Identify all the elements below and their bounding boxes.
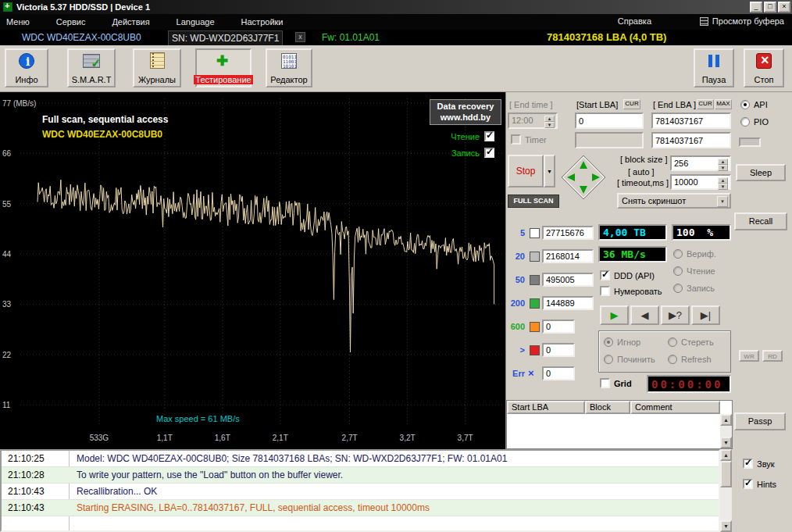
end-lba-label: [ End LBA ] xyxy=(653,100,696,109)
pio-radio[interactable] xyxy=(740,117,750,127)
info-button[interactable]: Инфо xyxy=(5,48,48,87)
device-bar: WDC WD40EZAX-00C8UB0 SN: WD-WXD2D63J77F1… xyxy=(0,30,792,45)
sound-checkbox[interactable] xyxy=(743,459,753,469)
serial-close-icon[interactable]: x xyxy=(295,32,305,42)
timeout-spin-arrows[interactable]: ▲▼ xyxy=(718,177,728,187)
log-message: Recallibration... OK xyxy=(77,484,717,500)
read-checkbox[interactable] xyxy=(484,131,494,141)
stat-count: 27715676 xyxy=(542,226,594,240)
log-scrollbar[interactable]: ▲ ▼ xyxy=(720,449,732,532)
skip-end-button[interactable]: ▶| xyxy=(691,305,720,325)
sleep-button[interactable]: Sleep xyxy=(736,164,786,181)
rd-button: RD xyxy=(762,350,783,362)
menu-service[interactable]: Сервис xyxy=(56,17,86,27)
stop-toolbar-button[interactable]: Стоп xyxy=(744,48,784,87)
screenshot-select[interactable]: Снять скриншот ▼ xyxy=(617,193,731,209)
repair-radio-row: Починить xyxy=(604,355,655,364)
full-scan-button[interactable]: FULL SCAN xyxy=(508,195,559,208)
api-radio[interactable] xyxy=(740,100,750,109)
side-column: API PIO Sleep Recall WR RD Passp xyxy=(733,92,792,449)
cur-end-button[interactable]: CUR xyxy=(697,99,714,109)
table-scrollbar[interactable]: ▲ ▼ xyxy=(720,414,732,448)
pause-icon xyxy=(708,55,719,67)
scroll-up-icon[interactable]: ▲ xyxy=(720,414,732,426)
end-lba-input-2[interactable] xyxy=(651,132,731,148)
editor-binary-icon: 010110 110011 101010 xyxy=(281,53,297,69)
test-button[interactable]: Тестирование xyxy=(195,48,252,87)
numerate-checkbox-row: Нумеровать xyxy=(600,286,662,296)
block-size-label: [ block size ] xyxy=(620,155,668,164)
device-firmware: Fw: 01.01A01 xyxy=(322,32,380,43)
scrollbar-thumb[interactable] xyxy=(720,461,732,487)
smart-button[interactable]: S.M.A.R.T xyxy=(67,48,116,87)
svg-text:3,2T: 3,2T xyxy=(400,434,416,442)
numerate-checkbox[interactable] xyxy=(600,286,610,296)
timeout-select[interactable]: 10000 ▲▼ xyxy=(670,174,731,190)
legend-read: Чтение xyxy=(433,131,494,141)
svg-text:11: 11 xyxy=(2,401,11,409)
end-time-label: [ End time ] xyxy=(509,100,553,109)
column-header-comment[interactable]: Comment xyxy=(630,401,720,414)
seek-dpad[interactable] xyxy=(559,153,608,202)
svg-text:44: 44 xyxy=(2,250,12,259)
buffer-view-button[interactable]: Просмотр буфера xyxy=(700,16,784,26)
pause-button[interactable]: Пауза xyxy=(694,48,734,87)
start-lba-input[interactable] xyxy=(575,112,644,129)
block-size-spin-arrows[interactable]: ▲▼ xyxy=(718,159,728,168)
stat-swatch xyxy=(530,298,540,309)
stat-count: 144889 xyxy=(542,296,594,310)
column-header-start-lba[interactable]: Start LBA xyxy=(507,401,585,414)
cur-start-button[interactable]: CUR xyxy=(623,99,640,109)
menu-language[interactable]: Language xyxy=(177,17,215,27)
scroll-down-icon[interactable]: ▼ xyxy=(720,520,732,532)
refresh-radio-row: Refresh xyxy=(668,355,712,364)
auto-label: [ auto ] xyxy=(628,167,655,177)
menu-actions[interactable]: Действия xyxy=(112,17,149,27)
log-row: 21:10:25 Model: WDC WD40EZAX-00C8UB0; Si… xyxy=(2,451,719,467)
stop-x-icon xyxy=(756,53,772,69)
scroll-down-icon[interactable]: ▼ xyxy=(720,437,732,448)
editor-button[interactable]: 010110 110011 101010 Редактор xyxy=(266,48,312,87)
close-button[interactable]: × xyxy=(778,2,790,12)
max-button[interactable]: MAX xyxy=(715,99,732,109)
recall-button[interactable]: Recall xyxy=(734,212,787,230)
menu-help[interactable]: Справка xyxy=(618,16,651,26)
logs-button[interactable]: Журналы xyxy=(133,48,181,87)
column-header-block[interactable]: Block xyxy=(585,401,630,414)
menu-main[interactable]: Меню xyxy=(6,17,30,27)
stat-swatch xyxy=(530,322,540,332)
log-message: Starting ERASING, LBA=0..7814037167, FUL… xyxy=(77,500,717,516)
hints-checkbox[interactable] xyxy=(743,479,753,489)
log-timestamp: 21:10:43 xyxy=(2,484,69,500)
write-checkbox[interactable] xyxy=(484,148,494,158)
screenshot-dropdown-icon[interactable]: ▼ xyxy=(717,196,728,205)
grid-checkbox[interactable] xyxy=(600,378,610,388)
timer-label: Timer xyxy=(525,135,547,145)
scroll-up-icon[interactable]: ▲ xyxy=(720,449,732,461)
stop-dropdown-button[interactable]: ▼ xyxy=(544,155,555,187)
graph-title: Full scan, sequential access xyxy=(42,114,168,125)
passp-button[interactable]: Passp xyxy=(734,412,786,430)
log-timestamp: 21:10:43 xyxy=(2,500,69,516)
stat-count: 495005 xyxy=(542,273,594,287)
defect-table: Start LBA Block Comment ▲ ▼ xyxy=(506,400,733,449)
repair-radio xyxy=(604,355,613,364)
menu-settings[interactable]: Настройки xyxy=(241,17,284,27)
stat-count: 0 xyxy=(542,343,575,357)
play-button[interactable]: ▶ xyxy=(600,305,629,325)
stat-swatch xyxy=(530,252,540,262)
refresh-radio xyxy=(668,355,677,364)
skip-defect-button[interactable]: ▶? xyxy=(661,305,690,325)
max-speed-note: Max speed = 61 MB/s xyxy=(156,414,240,423)
end-lba-input[interactable] xyxy=(651,112,731,129)
timer-checkbox xyxy=(511,134,521,145)
stop-scan-button[interactable]: Stop xyxy=(508,155,544,187)
timer-checkbox-row: Timer xyxy=(511,134,547,145)
minimize-button[interactable]: _ xyxy=(750,2,762,12)
maximize-button[interactable]: □ xyxy=(764,2,776,12)
ddd-checkbox[interactable] xyxy=(600,270,610,280)
erase-radio-row: Стереть xyxy=(668,337,714,347)
end-time-spinner: 12:00 ▲▼ xyxy=(508,112,558,129)
step-back-button[interactable]: ◀ xyxy=(630,305,659,325)
block-size-spinner[interactable]: 256 ▲▼ xyxy=(670,155,731,171)
